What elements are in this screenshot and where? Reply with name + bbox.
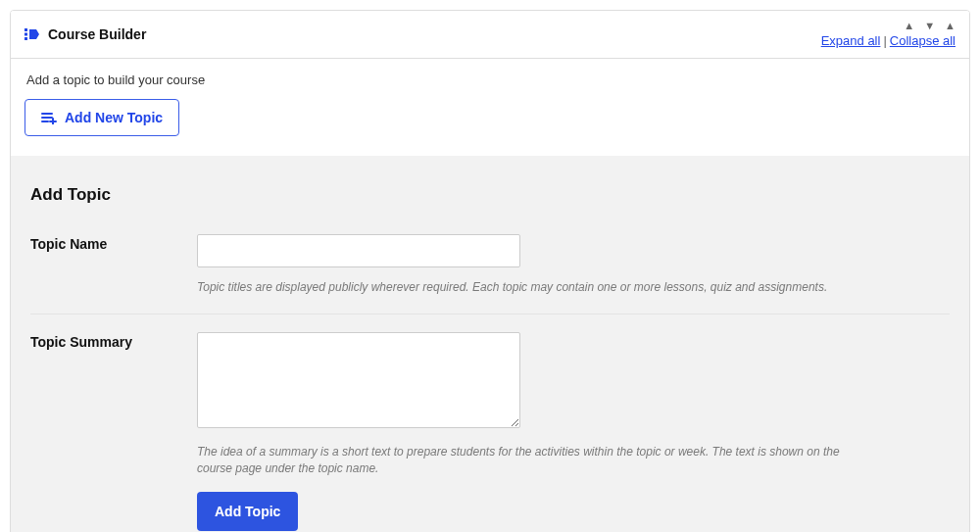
- panel-header-controls: ▲ ▼ ▲ Expand all|Collapse all: [821, 21, 956, 48]
- help-topic-name: Topic titles are displayed publicly wher…: [197, 279, 844, 296]
- expand-collapse-line: Expand all|Collapse all: [821, 33, 956, 48]
- panel-arrows: ▲ ▼ ▲: [904, 21, 956, 31]
- field-topic-name: Topic titles are displayed publicly wher…: [197, 234, 950, 296]
- expand-all-link[interactable]: Expand all: [821, 33, 881, 48]
- svg-rect-2: [24, 37, 27, 40]
- field-topic-summary: The idea of a summary is a short text to…: [197, 332, 950, 532]
- svg-rect-1: [24, 33, 27, 36]
- panel-title: Course Builder: [48, 26, 146, 42]
- caret-up-icon[interactable]: ▲: [945, 21, 956, 31]
- builder-icon: [24, 27, 40, 41]
- chevron-up-icon[interactable]: ▲: [904, 21, 914, 31]
- topic-name-input[interactable]: [197, 234, 520, 267]
- panel-top-body: Add a topic to build your course Add New…: [11, 59, 969, 156]
- course-builder-panel: Course Builder ▲ ▼ ▲ Expand all|Collapse…: [10, 10, 970, 532]
- collapse-all-link[interactable]: Collapse all: [890, 33, 956, 48]
- row-topic-name: Topic Name Topic titles are displayed pu…: [30, 226, 950, 314]
- separator: |: [880, 33, 889, 48]
- add-topic-submit-button[interactable]: Add Topic: [197, 492, 298, 531]
- section-title: Add Topic: [30, 185, 950, 205]
- hint-text: Add a topic to build your course: [26, 73, 956, 87]
- add-topic-icon: [41, 111, 57, 124]
- panel-title-wrap: Course Builder: [24, 26, 146, 42]
- row-topic-summary: Topic Summary The idea of a summary is a…: [30, 314, 950, 532]
- add-topic-form: Add Topic Topic Name Topic titles are di…: [11, 156, 969, 532]
- svg-rect-0: [24, 28, 27, 31]
- label-topic-name: Topic Name: [30, 234, 197, 252]
- add-new-topic-label: Add New Topic: [65, 110, 163, 125]
- topic-summary-input[interactable]: [197, 332, 520, 428]
- help-topic-summary: The idea of a summary is a short text to…: [197, 444, 844, 477]
- add-new-topic-button[interactable]: Add New Topic: [24, 99, 179, 136]
- label-topic-summary: Topic Summary: [30, 332, 197, 350]
- panel-header: Course Builder ▲ ▼ ▲ Expand all|Collapse…: [11, 11, 969, 59]
- chevron-down-icon[interactable]: ▼: [924, 21, 935, 31]
